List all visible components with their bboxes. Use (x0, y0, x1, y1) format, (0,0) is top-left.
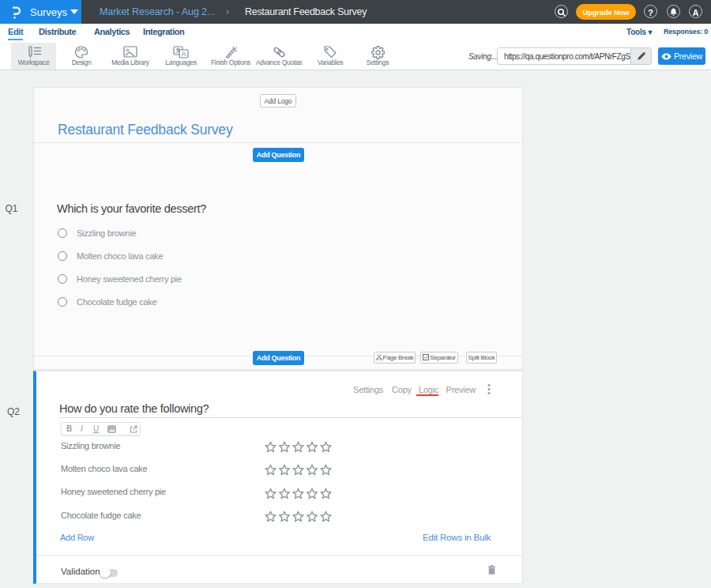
svg-text:A: A (693, 8, 699, 17)
svg-text:A: A (182, 50, 186, 58)
svg-text:Upgrade Now: Upgrade Now (582, 8, 630, 17)
svg-text:?: ? (648, 8, 653, 17)
